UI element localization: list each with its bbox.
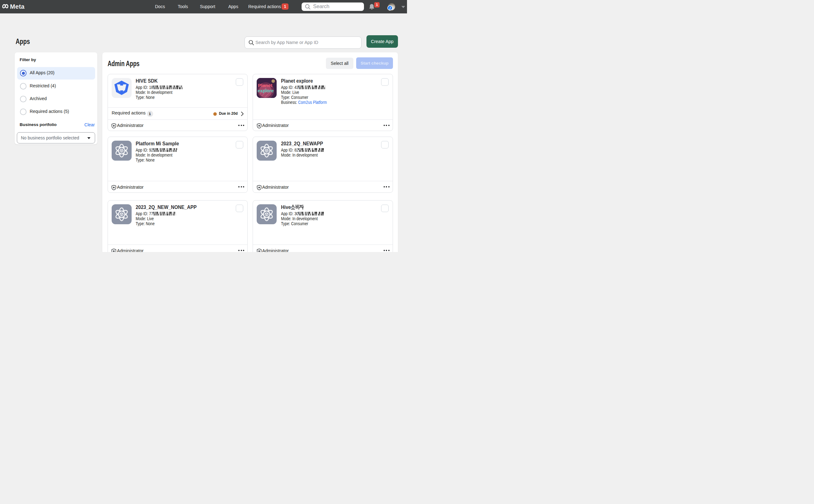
svg-text:explore: explore [258,88,274,93]
svg-text:Planet: Planet [258,83,273,88]
